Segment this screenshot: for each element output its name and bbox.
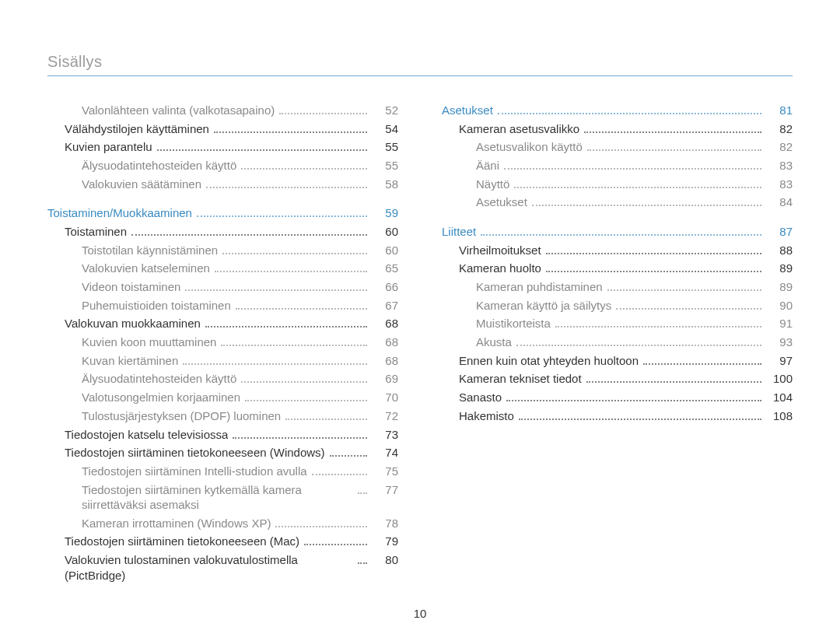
toc-entry-page: 104 [766, 391, 793, 404]
toc-entry[interactable]: Valokuvien tulostaminen valokuvatulostim… [65, 552, 398, 583]
toc-entry-page: 68 [372, 354, 398, 367]
toc-entry[interactable]: Kameran irrottaminen (Windows XP)78 [82, 516, 398, 531]
toc-entry-page: 88 [766, 243, 793, 257]
toc-entry-label: Älysuodatintehosteiden käyttö [82, 371, 236, 387]
toc-entry-page: 87 [766, 225, 793, 238]
toc-entry[interactable]: Akusta93 [476, 335, 793, 350]
toc-entry-label: Asetusvalikon käyttö [476, 139, 583, 155]
toc-entry[interactable]: Kameran huolto89 [459, 261, 793, 276]
toc-entry[interactable]: Kuvan kiertäminen68 [82, 353, 398, 369]
toc-leader-dots [214, 124, 367, 133]
toc-leader-dots [205, 319, 367, 328]
toc-leader-dots [643, 356, 761, 365]
toc-entry-label: Tiedostojen siirtäminen kytkemällä kamer… [82, 482, 353, 513]
toc-leader-dots [516, 338, 761, 346]
toc-entry[interactable]: Välähdystilojen käyttäminen54 [65, 121, 398, 137]
toc-entry-label: Kuvien parantelu [65, 139, 152, 155]
toc-entry[interactable]: Toistaminen60 [65, 224, 398, 240]
toc-entry[interactable]: Kameran tekniset tiedot100 [459, 371, 793, 387]
toc-entry-page: 70 [372, 391, 398, 404]
toc-entry[interactable]: Tiedostojen siirtäminen tietokoneeseen (… [65, 534, 398, 549]
toc-entry-page: 65 [372, 261, 398, 275]
toc-entry[interactable]: Toistotilan käynnistäminen60 [82, 243, 398, 258]
toc-entry[interactable]: Ennen kuin otat yhteyden huoltoon97 [459, 353, 793, 369]
toc-entry-page: 77 [372, 483, 398, 496]
toc-entry[interactable]: Videon toistaminen66 [82, 279, 398, 295]
toc-entry-label: Toistotilan käynnistäminen [82, 243, 218, 258]
toc-leader-dots [546, 264, 761, 272]
toc-entry[interactable]: Puhemuistioiden toistaminen67 [82, 298, 398, 313]
toc-entry[interactable]: Valokuvien katseleminen65 [82, 261, 398, 276]
toc-entry[interactable]: Kameran puhdistaminen89 [476, 279, 793, 295]
toc-entry-label: Asetukset [442, 103, 493, 118]
toc-entry-label: Asetukset [476, 194, 527, 210]
toc-entry-label: Tiedostojen katselu televisiossa [65, 427, 228, 443]
toc-entry[interactable]: Näyttö83 [476, 177, 793, 192]
toc-entry-page: 59 [372, 206, 398, 219]
toc-leader-dots [555, 319, 761, 328]
toc-leader-dots [206, 180, 367, 188]
toc-entry-label: Kameran tekniset tiedot [459, 371, 582, 387]
toc-leader-dots [616, 301, 761, 310]
toc-leader-dots [241, 374, 367, 383]
toc-columns: Valonlähteen valinta (valkotasapaino)52V… [47, 103, 793, 586]
toc-leader-dots [358, 555, 367, 564]
toc-entry[interactable]: Virheilmoitukset88 [459, 243, 793, 258]
toc-entry[interactable]: Tulostusjärjestyksen (DPOF) luominen72 [82, 408, 398, 424]
toc-entry-page: 68 [372, 335, 398, 349]
toc-entry[interactable]: Kameran asetusvalikko82 [459, 121, 793, 137]
toc-entry[interactable]: Tiedostojen katselu televisiossa73 [65, 427, 398, 443]
toc-entry-label: Liitteet [442, 224, 476, 240]
toc-entry-label: Kameran käyttö ja säilytys [476, 298, 611, 313]
toc-entry-page: 67 [372, 299, 398, 312]
toc-entry-page: 52 [372, 103, 398, 117]
toc-entry-page: 68 [372, 317, 398, 330]
toc-entry-label: Ennen kuin otat yhteyden huoltoon [459, 353, 639, 369]
toc-entry[interactable]: Asetusvalikon käyttö82 [476, 139, 793, 155]
toc-entry[interactable]: Tiedostojen siirtäminen tietokoneeseen (… [65, 445, 398, 461]
toc-entry-label: Valonlähteen valinta (valkotasapaino) [82, 103, 275, 118]
toc-entry-label: Tiedostojen siirtäminen tietokoneeseen (… [65, 534, 299, 549]
toc-entry[interactable]: Kameran käyttö ja säilytys90 [476, 298, 793, 313]
toc-entry[interactable]: Asetukset81 [442, 103, 793, 118]
toc-column-left: Valonlähteen valinta (valkotasapaino)52V… [47, 103, 398, 586]
toc-leader-dots [304, 537, 367, 545]
toc-leader-dots [275, 519, 367, 527]
toc-entry[interactable]: Hakemisto108 [459, 408, 793, 424]
toc-page: Sisällys Valonlähteen valinta (valkotasa… [0, 0, 840, 634]
toc-entry-label: Valokuvien säätäminen [82, 177, 201, 192]
toc-entry[interactable]: Tiedostojen siirtäminen Intelli-studion … [82, 464, 398, 479]
toc-entry[interactable]: Muistikorteista91 [476, 316, 793, 331]
toc-entry[interactable]: Asetukset84 [476, 194, 793, 210]
toc-entry-page: 66 [372, 280, 398, 293]
toc-entry[interactable]: Ääni83 [476, 158, 793, 173]
toc-entry-page: 89 [766, 261, 793, 275]
toc-entry[interactable]: Kuvien parantelu55 [65, 139, 398, 155]
toc-leader-dots [185, 282, 367, 291]
toc-leader-dots [586, 374, 761, 383]
toc-leader-dots [481, 227, 761, 236]
toc-entry[interactable]: Valokuvan muokkaaminen68 [65, 316, 398, 331]
toc-entry-page: 55 [372, 140, 398, 153]
toc-entry[interactable]: Kuvien koon muuttaminen68 [82, 335, 398, 350]
toc-entry-page: 91 [766, 317, 793, 330]
toc-entry-page: 108 [766, 409, 793, 422]
toc-entry[interactable]: Liitteet87 [442, 224, 793, 240]
toc-entry[interactable]: Älysuodatintehosteiden käyttö55 [82, 158, 398, 173]
toc-entry[interactable]: Sanasto104 [459, 390, 793, 405]
toc-leader-dots [330, 448, 367, 457]
toc-entry[interactable]: Valotusongelmien korjaaminen70 [82, 390, 398, 405]
toc-entry-page: 74 [372, 446, 398, 459]
toc-entry[interactable]: Valokuvien säätäminen58 [82, 177, 398, 192]
toc-entry-label: Välähdystilojen käyttäminen [65, 121, 209, 137]
toc-entry-label: Kameran huolto [459, 261, 541, 276]
toc-entry[interactable]: Valonlähteen valinta (valkotasapaino)52 [82, 103, 398, 118]
toc-entry-label: Sanasto [459, 390, 502, 405]
toc-entry-page: 55 [372, 159, 398, 172]
toc-entry-label: Kuvan kiertäminen [82, 353, 178, 369]
toc-leader-dots [285, 412, 367, 420]
toc-entry[interactable]: Älysuodatintehosteiden käyttö69 [82, 371, 398, 387]
toc-entry-page: 89 [766, 280, 793, 293]
toc-entry[interactable]: Toistaminen/Muokkaaminen59 [47, 205, 398, 221]
toc-entry[interactable]: Tiedostojen siirtäminen kytkemällä kamer… [82, 482, 398, 513]
